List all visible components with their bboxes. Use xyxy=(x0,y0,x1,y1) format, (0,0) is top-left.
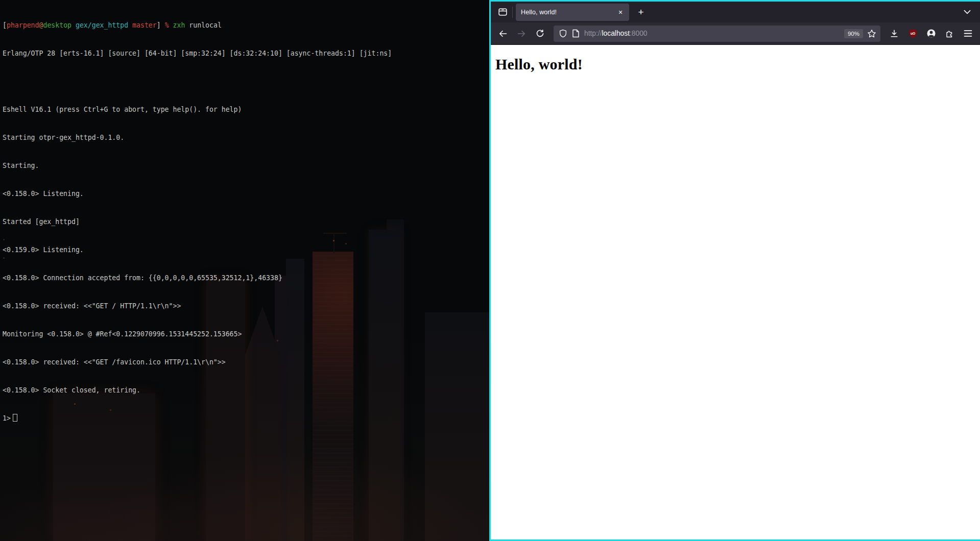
terminal-line: <0.159.0> Listening. xyxy=(3,245,489,255)
bookmark-star-button[interactable] xyxy=(867,29,876,38)
page-content: Hello, world! xyxy=(491,45,980,539)
profile-person-icon xyxy=(926,29,936,38)
tab-close-button[interactable]: × xyxy=(615,7,626,18)
reload-button[interactable] xyxy=(531,26,548,42)
terminal-output: [pharpend@desktop gex/gex_httpd master] … xyxy=(0,0,489,442)
tab-title: Hello, world! xyxy=(521,9,615,16)
prompt-repo-path: gex/gex_httpd xyxy=(71,21,132,29)
url-host: localhost xyxy=(602,30,630,37)
terminal-cursor xyxy=(13,414,17,422)
extensions-button[interactable] xyxy=(941,26,958,42)
puzzle-piece-icon xyxy=(945,29,954,38)
terminal-window[interactable]: [pharpend@desktop gex/gex_httpd master] … xyxy=(0,0,489,541)
prompt-username: pharpend xyxy=(7,21,39,29)
zoom-level-badge[interactable]: 90% xyxy=(844,29,863,38)
terminal-line: Starting otpr-gex_httpd-0.1.0. xyxy=(3,133,489,142)
eshell-input-line[interactable]: 1> xyxy=(3,414,489,423)
reload-icon xyxy=(536,29,544,38)
downloads-button[interactable] xyxy=(886,26,903,42)
shell-prompt-line: [pharpend@desktop gex/gex_httpd master] … xyxy=(3,21,489,30)
url-scheme: http:// xyxy=(584,30,602,37)
terminal-line: Erlang/OTP 28 [erts-16.1] [source] [64-b… xyxy=(3,49,489,58)
terminal-line: <0.158.0> Connection accepted from: {{0,… xyxy=(3,274,489,283)
prompt-hostname: desktop xyxy=(43,21,71,29)
app-menu-button[interactable] xyxy=(959,26,976,42)
prompt-bracket-close: ] xyxy=(157,21,165,29)
back-button[interactable] xyxy=(494,26,512,42)
svg-text:uO: uO xyxy=(910,32,915,35)
tab-hello-world[interactable]: Hello, world! × xyxy=(516,4,629,21)
terminal-line: Eshell V16.1 (press Ctrl+G to abort, typ… xyxy=(3,105,489,114)
firefox-view-icon xyxy=(498,7,508,17)
terminal-line: <0.158.0> Socket closed, retiring. xyxy=(3,386,489,395)
ublock-origin-icon: uO xyxy=(908,29,918,38)
url-text[interactable]: http://localhost:8000 xyxy=(584,30,844,37)
list-all-tabs-button[interactable] xyxy=(959,4,976,20)
ublock-origin-button[interactable]: uO xyxy=(904,26,921,42)
terminal-line: Monitoring <0.158.0> @ #Ref<0.1229070996… xyxy=(3,330,489,339)
terminal-line: <0.158.0> received: <<"GET / HTTP/1.1\r\… xyxy=(3,302,489,311)
terminal-line: Starting. xyxy=(3,161,489,170)
tab-bar: Hello, world! × + xyxy=(491,2,980,22)
firefox-view-button[interactable] xyxy=(494,4,511,20)
typed-command: zxh xyxy=(173,21,185,29)
eshell-prompt: 1> xyxy=(3,414,11,422)
firefox-window: Hello, world! × + xyxy=(489,0,980,541)
terminal-line xyxy=(3,77,489,86)
url-bar[interactable]: http://localhost:8000 90% xyxy=(554,26,880,42)
terminal-line: <0.158.0> received: <<"GET /favicon.ico … xyxy=(3,358,489,367)
back-arrow-icon xyxy=(498,29,508,38)
download-icon xyxy=(890,29,899,38)
new-tab-button[interactable]: + xyxy=(632,4,650,20)
typed-command-args: runlocal xyxy=(185,21,221,29)
star-icon xyxy=(867,29,876,38)
prompt-git-branch: master xyxy=(132,21,157,29)
account-button[interactable] xyxy=(922,26,940,42)
prompt-bracket: [ xyxy=(3,21,7,29)
url-port: :8000 xyxy=(630,30,648,37)
tab-separator xyxy=(512,7,513,18)
terminal-line: <0.158.0> Listening. xyxy=(3,189,489,199)
forward-button[interactable] xyxy=(513,26,530,42)
forward-arrow-icon xyxy=(517,29,526,38)
shield-icon[interactable] xyxy=(559,29,567,38)
chevron-down-icon xyxy=(964,10,971,14)
hamburger-menu-icon xyxy=(964,30,972,37)
terminal-line: Started [gex_httpd] xyxy=(3,217,489,227)
page-info-icon[interactable] xyxy=(572,29,580,38)
page-heading: Hello, world! xyxy=(495,56,980,73)
navigation-toolbar: http://localhost:8000 90% uO xyxy=(491,22,980,45)
prompt-percent: % xyxy=(165,21,173,29)
